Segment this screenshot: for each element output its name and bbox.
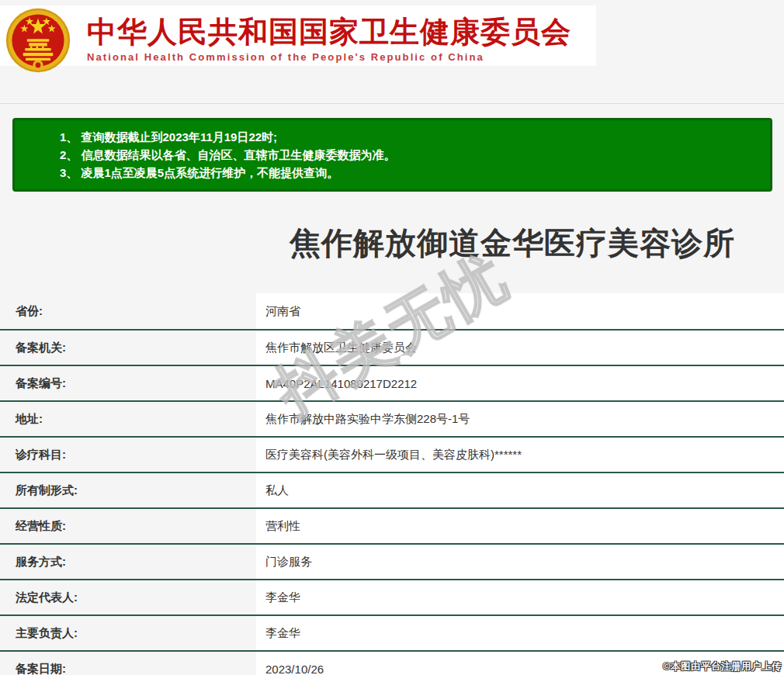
- field-value: 焦作市解放区卫生健康委员会: [256, 331, 784, 365]
- table-row-service-mode: 服务方式: 门诊服务: [0, 543, 784, 579]
- table-row-principal: 主要负责人: 李金华: [0, 614, 784, 650]
- field-label: 所有制形式:: [0, 473, 256, 507]
- field-value: 营利性: [256, 509, 784, 543]
- china-national-emblem-icon: [3, 8, 73, 73]
- field-label: 诊疗科目:: [0, 438, 256, 472]
- table-row-province: 省份: 河南省: [0, 293, 784, 329]
- notice-line-3: 3、 凌晨1点至凌晨5点系统进行维护，不能提供查询。: [60, 164, 762, 182]
- header-band: 中华人民共和国国家卫生健康委员会 National Health Commiss…: [0, 5, 596, 66]
- field-value: 私人: [256, 473, 784, 507]
- record-title: 焦作解放御道金华医疗美容诊所: [120, 222, 784, 265]
- header-titles: 中华人民共和国国家卫生健康委员会 National Health Commiss…: [87, 15, 591, 63]
- page: 中华人民共和国国家卫生健康委员会 National Health Commiss…: [0, 0, 784, 675]
- notice-box: 1、 查询数据截止到2023年11月19日22时; 2、 信息数据结果以各省、自…: [12, 118, 772, 192]
- table-row-address: 地址: 焦作市解放中路实验中学东侧228号-1号: [0, 400, 784, 436]
- table-row-medical-subjects: 诊疗科目: 医疗美容科(美容外科一级项目、美容皮肤科)******: [0, 436, 784, 472]
- field-label: 地址:: [0, 402, 256, 436]
- table-row-legal-representative: 法定代表人: 李金华: [0, 579, 784, 614]
- field-label: 备案编号:: [0, 366, 256, 400]
- field-label: 主要负责人:: [0, 616, 256, 650]
- field-label: 省份:: [0, 293, 256, 329]
- field-value: 李金华: [256, 580, 784, 614]
- field-label: 法定代表人:: [0, 580, 256, 614]
- field-value: 李金华: [256, 616, 784, 650]
- field-label: 备案日期:: [0, 652, 256, 675]
- copyright-watermark: ©本图由平台注册用户上传: [663, 660, 782, 673]
- field-value: 医疗美容科(美容外科一级项目、美容皮肤科)******: [256, 438, 784, 472]
- field-value: 门诊服务: [256, 545, 784, 579]
- field-value: 焦作市解放中路实验中学东侧228号-1号: [256, 402, 784, 436]
- notice-line-2: 2、 信息数据结果以各省、自治区、直辖市卫生健康委数据为准。: [60, 146, 762, 164]
- table-row-filing-authority: 备案机关: 焦作市解放区卫生健康委员会: [0, 329, 784, 365]
- table-row-business-nature: 经营性质: 营利性: [0, 507, 784, 543]
- field-value: 河南省: [256, 293, 784, 329]
- header-divider: [0, 103, 784, 104]
- header-title-zh: 中华人民共和国国家卫生健康委员会: [87, 15, 591, 49]
- header-title-en: National Health Commission of the People…: [87, 51, 591, 63]
- record-info-table: 省份: 河南省 备案机关: 焦作市解放区卫生健康委员会 备案编号: MA40P2…: [0, 293, 784, 675]
- field-value: MA40P2AL141080217D2212: [256, 366, 784, 400]
- notice-line-1: 1、 查询数据截止到2023年11月19日22时;: [60, 128, 762, 146]
- table-row-ownership: 所有制形式: 私人: [0, 472, 784, 507]
- field-label: 经营性质:: [0, 509, 256, 543]
- table-row-filing-number: 备案编号: MA40P2AL141080217D2212: [0, 365, 784, 400]
- field-label: 服务方式:: [0, 545, 256, 579]
- field-label: 备案机关:: [0, 331, 256, 365]
